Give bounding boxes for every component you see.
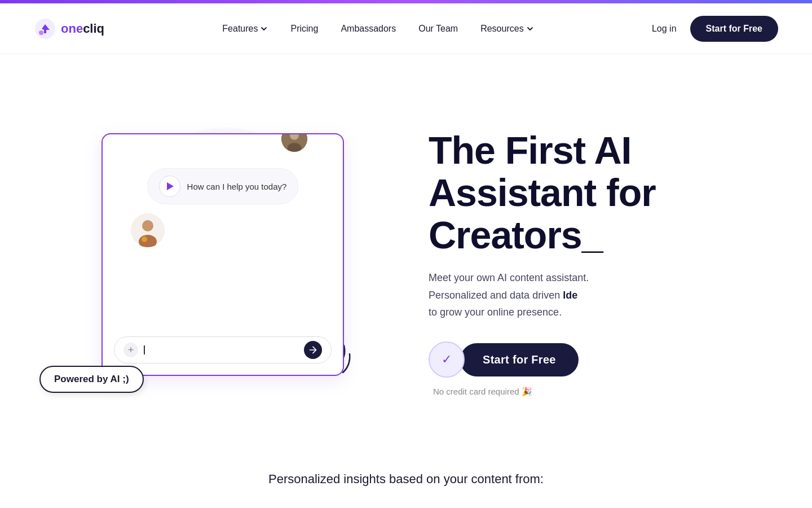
no-credit-card-text: No credit card required 🎉 (433, 387, 778, 397)
nav-ambassadors[interactable]: Ambassadors (341, 24, 396, 34)
header: onecliq Features Pricing Ambassadors Our… (0, 3, 812, 54)
bottom-title: Personalized insights based on your cont… (34, 472, 778, 487)
input-plus-icon: + (123, 343, 138, 357)
play-button (159, 176, 180, 197)
hero-cta-button[interactable]: Start for Free (460, 343, 579, 376)
input-send-button[interactable] (304, 341, 322, 359)
chevron-down-icon (526, 25, 534, 33)
main-nav: Features Pricing Ambassadors Our Team Re… (222, 24, 533, 34)
svg-point-6 (142, 220, 153, 231)
hero-heading: The First AI Assistant for Creators_ (429, 129, 778, 256)
hero-description: Meet your own AI content assistant. Pers… (429, 269, 665, 321)
checkmark-icon: ✓ (442, 352, 452, 367)
hero-cta-wrapper: ✓ Start for Free (429, 341, 778, 378)
login-button[interactable]: Log in (652, 24, 677, 34)
nav-pricing[interactable]: Pricing (290, 24, 318, 34)
bubble-text: How can I help you today? (187, 182, 287, 191)
svg-point-4 (288, 143, 302, 153)
chat-frame: How can I help you today? + (102, 133, 344, 376)
svg-point-8 (142, 237, 147, 242)
logo-text: onecliq (61, 21, 104, 36)
check-circle: ✓ (429, 341, 465, 378)
hero-content: The First AI Assistant for Creators_ Mee… (406, 118, 778, 397)
play-triangle-icon (167, 182, 174, 190)
powered-badge: Powered by AI ;) (39, 366, 144, 393)
nav-features[interactable]: Features (222, 24, 268, 34)
hero-illustration: How can I help you today? + Powered by A… (34, 99, 383, 415)
header-right: Log in Start for Free (652, 16, 778, 42)
logo[interactable]: onecliq (34, 17, 104, 40)
chat-input-bar[interactable]: + (114, 336, 332, 364)
mock-ui-container: How can I help you today? + Powered by A… (34, 99, 361, 382)
avatar-left (131, 213, 165, 247)
chevron-down-icon (260, 25, 268, 33)
chat-message-bubble: How can I help you today? (147, 168, 299, 204)
avatar-top (280, 133, 309, 154)
nav-our-team[interactable]: Our Team (418, 24, 458, 34)
bottom-section: Personalized insights based on your cont… (0, 449, 812, 498)
nav-resources[interactable]: Resources (480, 24, 533, 34)
header-cta-button[interactable]: Start for Free (690, 16, 778, 42)
hero-section: How can I help you today? + Powered by A… (0, 54, 812, 449)
svg-point-1 (39, 30, 43, 35)
input-cursor (144, 345, 145, 354)
